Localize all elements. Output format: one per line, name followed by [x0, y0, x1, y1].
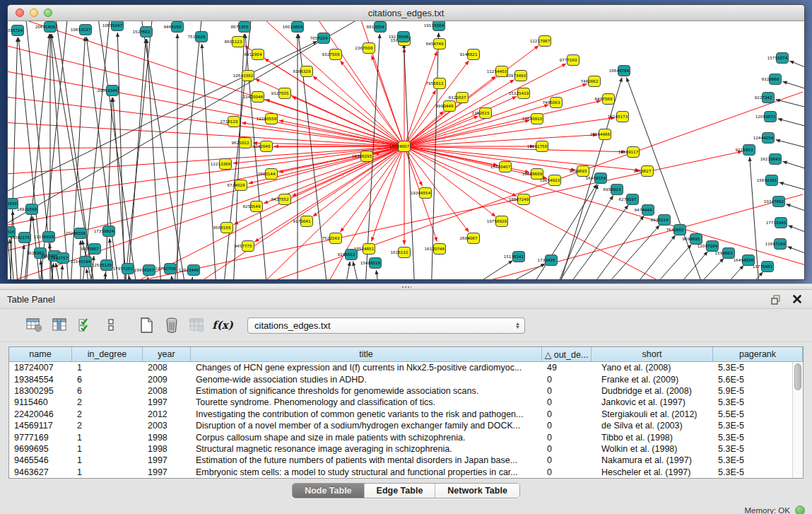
svg-text:10543382: 10543382 [233, 74, 253, 78]
table-row[interactable]: 1830029562008Estimation of significance … [9, 385, 792, 397]
column-header-short[interactable]: short [592, 347, 713, 361]
network-select-dropdown[interactable]: citations_edges.txt ▲▼ [247, 317, 525, 334]
svg-text:10347892: 10347892 [764, 199, 784, 204]
table-scrollbar[interactable] [792, 362, 803, 478]
svg-text:16033809: 16033809 [283, 25, 303, 29]
svg-text:6497568: 6497568 [595, 97, 613, 101]
table-cell: 1997 [143, 397, 191, 407]
svg-text:2803144: 2803144 [258, 172, 276, 176]
table-cell: 0 [542, 421, 592, 431]
show-columns-icon[interactable] [49, 315, 71, 335]
column-header-name[interactable]: name [9, 347, 72, 361]
table-cell: 6 [72, 375, 143, 385]
tab-node-table[interactable]: Node Table [293, 484, 364, 498]
network-graph[interactable]: 1872400716961758186409101532541911254403… [8, 21, 804, 280]
panel-resize-divider[interactable] [0, 284, 812, 290]
svg-text:16961758: 16961758 [527, 144, 548, 148]
table-row[interactable]: 911546021997Tourette syndrome. Phenomeno… [9, 397, 792, 408]
column-header-out_de[interactable]: △ out_de... [542, 347, 592, 361]
network-canvas[interactable]: 1872400716961758186409101532541911254403… [8, 21, 804, 280]
svg-text:19218596: 19218596 [389, 35, 409, 39]
column-header-pagerank[interactable]: pagerank [713, 347, 803, 361]
svg-text:8601123: 8601123 [225, 40, 242, 44]
svg-text:15325419: 15325419 [509, 91, 529, 95]
svg-text:20691406: 20691406 [35, 25, 56, 29]
table-cell: 9777169 [9, 433, 72, 443]
svg-text:17957253: 17957253 [113, 267, 134, 271]
table-settings-icon[interactable] [24, 315, 45, 335]
table-cell: 0 [542, 409, 592, 419]
svg-text:16245173: 16245173 [608, 115, 628, 119]
network-view-window[interactable]: citations_edges.txt 18724007169617581864… [7, 4, 805, 280]
minimize-window-icon[interactable] [30, 8, 38, 17]
close-window-icon[interactable] [16, 8, 24, 17]
svg-text:15136141: 15136141 [504, 255, 524, 259]
table-cell: 5.3E-5 [713, 397, 792, 407]
table-cell: Investigating the contribution of common… [191, 409, 542, 419]
table-cell: Corpus callosum shape and size in male p… [191, 433, 542, 443]
table-cell: 5.5E-5 [713, 409, 792, 419]
new-table-icon[interactable] [136, 315, 157, 335]
svg-text:19756928: 19756928 [487, 219, 507, 223]
svg-text:12217987: 12217987 [530, 39, 551, 43]
node-table: namein_degreeyeartitle△ out_de...shortpa… [8, 346, 804, 479]
svg-text:9560156: 9560156 [213, 226, 231, 230]
svg-text:12942757: 12942757 [48, 256, 69, 260]
float-panel-icon[interactable] [768, 293, 784, 305]
tab-edge-table[interactable]: Edge Table [365, 484, 436, 498]
column-header-title[interactable]: title [191, 347, 542, 361]
table-cell: 1 [72, 433, 143, 443]
select-all-icon[interactable] [75, 315, 96, 335]
table-cell: Nakamura et al. (1997) [592, 455, 713, 465]
svg-text:9245012: 9245012 [338, 252, 355, 257]
memory-status-label: Memory: OK [744, 506, 790, 514]
svg-text:20053346: 20053346 [98, 88, 118, 93]
svg-text:9463627: 9463627 [634, 169, 652, 173]
svg-text:16409154: 16409154 [586, 176, 606, 180]
table-cell: 5.3E-5 [713, 467, 792, 477]
table-row[interactable]: 969969511998Structural magnetic resonanc… [9, 443, 792, 455]
table-row[interactable]: 946554611997Estimation of the future num… [9, 455, 792, 466]
table-row[interactable]: 1938455462009Genome-wide association stu… [9, 373, 792, 385]
svg-text:12213389: 12213389 [211, 162, 231, 166]
table-row[interactable]: 1456911722003Disruption of a novel membe… [9, 420, 792, 431]
import-table-icon [187, 315, 208, 335]
svg-text:9899695: 9899695 [570, 169, 587, 173]
svg-text:11667299: 11667299 [765, 242, 786, 246]
svg-text:18807249: 18807249 [509, 197, 529, 201]
svg-text:1527602: 1527602 [133, 30, 151, 34]
table-rows: 1872400712008Changes of HCN gene express… [9, 362, 792, 478]
table-row[interactable]: 2242004622012Investigating the contribut… [9, 409, 792, 420]
svg-text:19958167: 19958167 [134, 268, 155, 272]
tab-network-table[interactable]: Network Table [435, 484, 519, 498]
svg-text:7955812: 7955812 [426, 81, 444, 86]
svg-text:11545194: 11545194 [71, 259, 91, 264]
table-cell: Wolkin et al. (1998) [592, 444, 713, 454]
table-row[interactable]: 977716911998Corpus callosum shape and si… [9, 431, 792, 443]
delete-table-icon[interactable] [161, 315, 182, 335]
scrollbar-thumb[interactable] [794, 363, 801, 390]
svg-text:18300295: 18300295 [352, 154, 372, 158]
table-cell: 18724007 [9, 363, 72, 373]
column-header-year[interactable]: year [143, 347, 191, 361]
zoom-window-icon[interactable] [44, 8, 52, 17]
svg-text:17710345: 17710345 [766, 221, 787, 225]
memory-indicator[interactable] [795, 506, 805, 514]
svg-text:2684067: 2684067 [460, 236, 478, 240]
function-icon[interactable]: f(x) [212, 315, 233, 335]
table-cell: Tourette syndrome. Phenomenology and cla… [191, 397, 542, 407]
function-label: f(x) [212, 319, 233, 332]
table-row[interactable]: 946362711997Embryonic stem cells: a mode… [9, 467, 792, 478]
rows-icon[interactable] [100, 315, 122, 335]
column-header-in_degree[interactable]: in_degree [72, 347, 143, 361]
window-title: citations_edges.txt [368, 8, 445, 18]
svg-text:17082175: 17082175 [10, 235, 30, 240]
close-panel-icon[interactable] [789, 293, 805, 305]
svg-text:9170041: 9170041 [293, 219, 311, 223]
svg-text:2935114: 2935114 [651, 218, 669, 222]
table-row[interactable]: 1872400712008Changes of HCN gene express… [9, 362, 792, 373]
svg-text:16120746: 16120746 [425, 247, 445, 251]
svg-text:9457775: 9457775 [235, 244, 252, 248]
window-titlebar[interactable]: citations_edges.txt [8, 5, 804, 21]
svg-text:10655247: 10655247 [102, 23, 123, 28]
